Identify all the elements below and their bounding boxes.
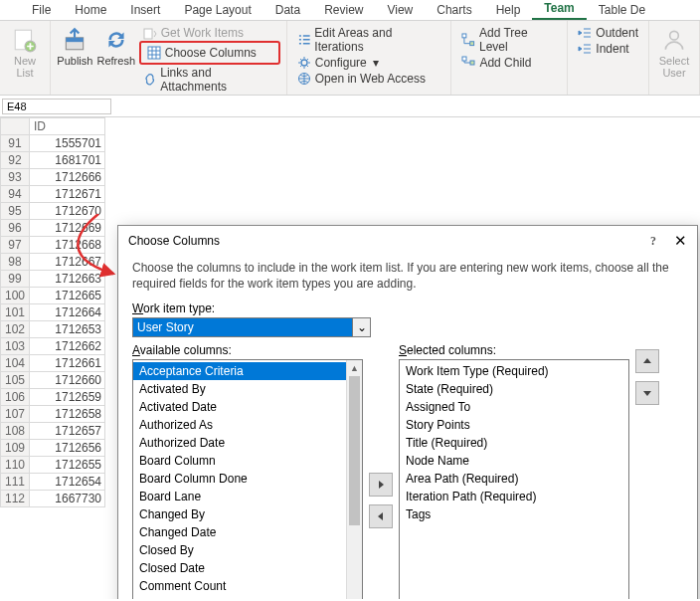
list-item[interactable]: Board Column [133, 452, 362, 470]
name-box[interactable] [2, 99, 111, 114]
open-web-button[interactable]: Open in Web Access [293, 71, 445, 87]
move-down-button[interactable] [635, 381, 659, 405]
list-item[interactable]: Activated By [133, 380, 362, 398]
cell-id[interactable]: 1712664 [30, 304, 105, 321]
cell-id[interactable]: 1712654 [30, 474, 105, 491]
cell-id[interactable]: 1681701 [30, 152, 105, 169]
ribbon-tab-home[interactable]: Home [63, 0, 118, 20]
configure-button[interactable]: Configure▾ [293, 55, 445, 71]
ribbon-tab-charts[interactable]: Charts [425, 0, 483, 20]
outdent-button[interactable]: Outdent [574, 25, 642, 41]
table-row[interactable]: 911555701 [1, 135, 105, 152]
scroll-thumb[interactable] [349, 376, 360, 525]
table-row[interactable]: 1031712662 [1, 338, 105, 355]
list-item[interactable]: Closed By [133, 541, 362, 559]
help-button[interactable]: ? [650, 234, 656, 249]
row-header[interactable]: 101 [1, 304, 30, 321]
row-header[interactable]: 103 [1, 338, 30, 355]
ribbon-tab-help[interactable]: Help [484, 0, 533, 20]
ribbon-tab-team[interactable]: Team [532, 0, 586, 20]
row-header[interactable]: 91 [1, 135, 30, 152]
table-row[interactable]: 971712668 [1, 237, 105, 254]
row-header[interactable]: 95 [1, 203, 30, 220]
ribbon-tab-file[interactable]: File [20, 0, 63, 20]
cell-id[interactable]: 1712659 [30, 389, 105, 406]
ribbon-tab-page-layout[interactable]: Page Layout [172, 0, 262, 20]
table-row[interactable]: 1001712665 [1, 288, 105, 304]
add-child-button[interactable]: Add Child [457, 55, 561, 71]
cell-id[interactable]: 1712662 [30, 338, 105, 355]
table-row[interactable]: 1121667730 [1, 491, 105, 507]
column-header-id[interactable]: ID [30, 118, 105, 135]
list-item[interactable]: Closed Date [133, 559, 362, 577]
cell-id[interactable]: 1712668 [30, 237, 105, 254]
indent-button[interactable]: Indent [574, 41, 642, 57]
list-item[interactable]: Completed Work [133, 595, 362, 599]
ribbon-tab-table-de[interactable]: Table De [587, 0, 657, 20]
list-item[interactable]: Authorized Date [133, 434, 362, 452]
list-item[interactable]: Activated Date [133, 398, 362, 416]
move-up-button[interactable] [635, 349, 659, 373]
table-row[interactable]: 1091712656 [1, 440, 105, 457]
table-row[interactable]: 1051712660 [1, 372, 105, 389]
list-item[interactable]: Work Item Type (Required) [400, 362, 628, 380]
ribbon-tab-data[interactable]: Data [263, 0, 312, 20]
table-row[interactable]: 1041712661 [1, 355, 105, 372]
table-row[interactable]: 1111712654 [1, 474, 105, 491]
cell-id[interactable]: 1712657 [30, 423, 105, 440]
list-item[interactable]: Iteration Path (Required) [400, 488, 628, 505]
ribbon-tab-review[interactable]: Review [312, 0, 375, 20]
publish-button[interactable]: Publish [57, 25, 93, 91]
spreadsheet-grid[interactable]: ID 9115557019216817019317126669417126719… [0, 117, 105, 507]
cell-id[interactable]: 1712667 [30, 254, 105, 271]
cell-id[interactable]: 1712666 [30, 169, 105, 186]
table-row[interactable]: 951712670 [1, 203, 105, 220]
cell-id[interactable]: 1712669 [30, 220, 105, 237]
cell-id[interactable]: 1712665 [30, 288, 105, 304]
list-item[interactable]: Title (Required) [400, 434, 628, 452]
list-item[interactable]: Comment Count [133, 577, 362, 595]
row-header[interactable]: 102 [1, 321, 30, 338]
work-item-type-dropdown[interactable]: User Story ⌄ [132, 317, 371, 337]
cell-id[interactable]: 1712670 [30, 203, 105, 220]
table-row[interactable]: 1081712657 [1, 423, 105, 440]
list-item[interactable]: Changed By [133, 505, 362, 523]
table-row[interactable]: 961712669 [1, 220, 105, 237]
cell-id[interactable]: 1712658 [30, 406, 105, 423]
table-row[interactable]: 921681701 [1, 152, 105, 169]
list-item[interactable]: Assigned To [400, 398, 628, 416]
row-header[interactable]: 92 [1, 152, 30, 169]
row-header[interactable]: 112 [1, 491, 30, 507]
scrollbar[interactable]: ▲ ▼ [346, 360, 362, 599]
move-right-button[interactable] [369, 473, 393, 497]
list-item[interactable]: Authorized As [133, 416, 362, 434]
cell-id[interactable]: 1555701 [30, 135, 105, 152]
add-tree-level-button[interactable]: Add Tree Level [457, 25, 561, 55]
list-item[interactable]: Acceptance Criteria [133, 362, 362, 380]
row-header[interactable]: 94 [1, 186, 30, 203]
list-item[interactable]: State (Required) [400, 380, 628, 398]
move-left-button[interactable] [369, 504, 393, 528]
ribbon-tab-view[interactable]: View [375, 0, 425, 20]
row-header[interactable]: 99 [1, 271, 30, 288]
cell-id[interactable]: 1712660 [30, 372, 105, 389]
cell-id[interactable]: 1667730 [30, 491, 105, 507]
table-row[interactable]: 931712666 [1, 169, 105, 186]
cell-id[interactable]: 1712671 [30, 186, 105, 203]
table-row[interactable]: 1061712659 [1, 389, 105, 406]
row-header[interactable]: 93 [1, 169, 30, 186]
table-row[interactable]: 981712667 [1, 254, 105, 271]
table-row[interactable]: 1101712655 [1, 457, 105, 474]
row-header[interactable]: 100 [1, 288, 30, 304]
ribbon-tab-insert[interactable]: Insert [118, 0, 172, 20]
selected-columns-list[interactable]: Work Item Type (Required)State (Required… [399, 359, 629, 599]
links-attachments-button[interactable]: Links and Attachments [139, 65, 280, 95]
table-row[interactable]: 1071712658 [1, 406, 105, 423]
cell-id[interactable]: 1712653 [30, 321, 105, 338]
close-button[interactable]: ✕ [674, 232, 687, 250]
edit-areas-button[interactable]: Edit Areas and Iterations [293, 25, 445, 55]
row-header[interactable]: 98 [1, 254, 30, 271]
list-item[interactable]: Board Lane [133, 488, 362, 505]
row-header[interactable]: 104 [1, 355, 30, 372]
choose-columns-button[interactable]: Choose Columns [139, 41, 280, 65]
